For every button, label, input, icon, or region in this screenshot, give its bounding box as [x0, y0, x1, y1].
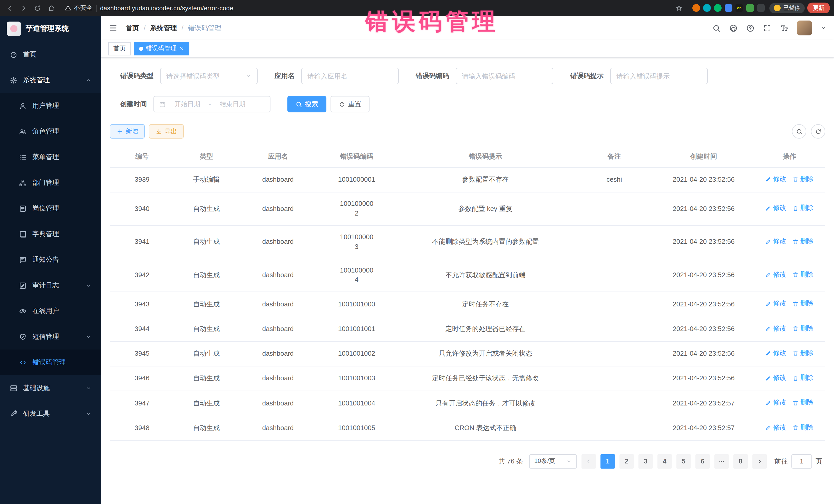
show-search-button[interactable] [792, 124, 806, 138]
edit-link[interactable]: 修改 [766, 398, 787, 408]
sidebar-item-label: 审计日志 [32, 281, 59, 290]
extension-icon[interactable] [703, 4, 711, 12]
edit-link[interactable]: 修改 [766, 349, 787, 358]
filter-field-input[interactable] [462, 72, 547, 80]
delete-link[interactable]: 删除 [793, 423, 814, 432]
page-button[interactable]: 1 [600, 454, 615, 468]
sidebar-item-label: 字典管理 [32, 229, 59, 239]
security-warning[interactable]: 不安全 [65, 4, 92, 12]
menu-icon [19, 153, 27, 161]
edit-link[interactable]: 修改 [766, 175, 787, 184]
sidebar-item-dept[interactable]: 部门管理 [0, 170, 101, 196]
filter-input[interactable] [301, 68, 399, 84]
extension-icon[interactable] [692, 4, 700, 12]
more-pages-button[interactable] [715, 454, 729, 468]
extension-icon[interactable]: on [736, 4, 743, 12]
delete-link[interactable]: 删除 [793, 398, 814, 408]
sidebar-item-infra[interactable]: 基础设施 [0, 375, 101, 401]
filter-input[interactable] [456, 68, 553, 84]
help-icon[interactable] [746, 24, 754, 32]
sidebar-item-online-user[interactable]: 在线用户 [0, 298, 101, 324]
sidebar-toggle[interactable] [109, 24, 117, 32]
delete-link[interactable]: 删除 [793, 324, 814, 333]
sidebar-item-home[interactable]: 首页 [0, 42, 101, 67]
edit-link[interactable]: 修改 [766, 373, 787, 383]
refresh-table-button[interactable] [811, 124, 825, 138]
extension-icon[interactable] [746, 4, 754, 12]
add-button[interactable]: 新增 [110, 124, 145, 138]
filter-select[interactable] [160, 68, 258, 84]
search-icon[interactable] [712, 24, 721, 32]
update-button[interactable]: 更新 [807, 3, 830, 13]
prev-page-button[interactable] [581, 454, 596, 468]
extension-tray: on [690, 4, 767, 12]
home-icon[interactable] [46, 2, 57, 14]
reload-icon[interactable] [32, 2, 43, 14]
reset-button[interactable]: 重置 [331, 96, 370, 112]
page-button[interactable]: 3 [638, 454, 653, 468]
extension-icon[interactable] [725, 4, 732, 12]
sidebar-item-sms[interactable]: 短信管理 [0, 324, 101, 350]
page-button[interactable]: 5 [676, 454, 691, 468]
page-size-select[interactable]: 10条/页 [529, 454, 577, 468]
sidebar-item-menu[interactable]: 菜单管理 [0, 144, 101, 170]
github-icon[interactable] [729, 24, 738, 32]
breadcrumb-item[interactable]: 首页 [126, 23, 139, 32]
sidebar-item-audit-log[interactable]: 审计日志 [0, 272, 101, 298]
extension-icon[interactable] [757, 4, 765, 12]
tab-首页[interactable]: 首页 [108, 42, 131, 55]
fullscreen-icon[interactable] [763, 24, 771, 32]
sidebar-item-post[interactable]: 岗位管理 [0, 196, 101, 221]
forward-icon[interactable] [18, 2, 29, 14]
sidebar-item-role[interactable]: 角色管理 [0, 118, 101, 144]
paused-badge[interactable]: 已暂停 [769, 3, 805, 13]
close-icon[interactable] [179, 46, 184, 51]
page-button[interactable]: 6 [696, 454, 710, 468]
edit-link[interactable]: 修改 [766, 270, 787, 280]
start-date-input[interactable] [169, 101, 205, 108]
plus-icon [116, 128, 123, 135]
extension-icon[interactable] [714, 4, 722, 12]
delete-link[interactable]: 删除 [793, 270, 814, 280]
cell-code: 1001001001 [317, 317, 396, 342]
bookmark-star-icon[interactable] [675, 4, 683, 12]
page-button[interactable]: 2 [619, 454, 634, 468]
date-range-picker[interactable]: - [153, 96, 270, 112]
edit-link[interactable]: 修改 [766, 237, 787, 246]
sidebar-item-error-code[interactable]: 错误码管理 [0, 350, 101, 375]
delete-link[interactable]: 删除 [793, 299, 814, 309]
edit-link[interactable]: 修改 [766, 423, 787, 432]
filter-input[interactable] [610, 68, 708, 84]
font-size-icon[interactable] [780, 24, 788, 32]
export-button-label: 导出 [165, 127, 177, 136]
edit-link[interactable]: 修改 [766, 324, 787, 333]
back-icon[interactable] [4, 2, 15, 14]
sidebar-item-dict[interactable]: 字典管理 [0, 221, 101, 247]
tab-错误码管理[interactable]: 错误码管理 [134, 42, 190, 55]
avatar[interactable] [797, 21, 812, 36]
delete-link[interactable]: 删除 [793, 349, 814, 358]
search-button[interactable]: 搜索 [287, 96, 326, 112]
sidebar-item-user[interactable]: 用户管理 [0, 93, 101, 118]
export-button[interactable]: 导出 [149, 124, 184, 138]
sidebar-item-system[interactable]: 系统管理 [0, 67, 101, 93]
caret-down-icon[interactable] [821, 25, 826, 31]
next-page-button[interactable] [752, 454, 767, 468]
delete-link[interactable]: 删除 [793, 175, 814, 184]
filter-field-input[interactable] [307, 72, 393, 80]
page-button[interactable]: 8 [733, 454, 748, 468]
breadcrumb-item[interactable]: 系统管理 [150, 23, 177, 32]
jump-page-input[interactable] [791, 454, 812, 468]
filter-field-input[interactable] [616, 72, 702, 80]
filter-field-input[interactable] [166, 72, 245, 80]
sidebar-item-notice[interactable]: 通知公告 [0, 247, 101, 272]
delete-link[interactable]: 删除 [793, 237, 814, 246]
sidebar-item-dev-tools[interactable]: 研发工具 [0, 401, 101, 426]
edit-link[interactable]: 修改 [766, 299, 787, 309]
address-bar[interactable]: 不安全 dashboard.yudao.iocoder.cn/system/er… [60, 4, 688, 12]
page-button[interactable]: 4 [657, 454, 672, 468]
delete-link[interactable]: 删除 [793, 203, 814, 213]
delete-link[interactable]: 删除 [793, 373, 814, 383]
edit-link[interactable]: 修改 [766, 203, 787, 213]
end-date-input[interactable] [215, 101, 250, 108]
